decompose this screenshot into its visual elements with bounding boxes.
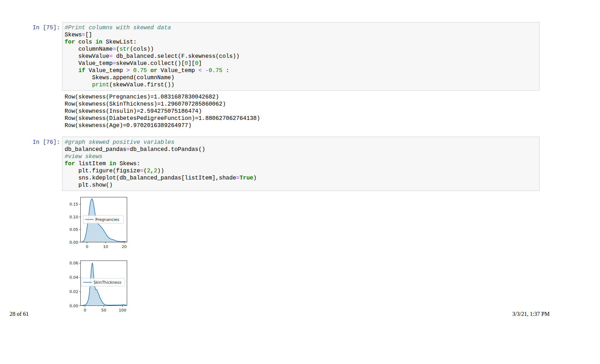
svg-text:0.00: 0.00 bbox=[70, 304, 79, 308]
code-cell-75: #Print columns with skewed dataSkews=[]f… bbox=[62, 22, 540, 91]
svg-text:0.02: 0.02 bbox=[70, 289, 79, 294]
svg-text:0.04: 0.04 bbox=[70, 275, 79, 280]
svg-text:100: 100 bbox=[119, 308, 126, 313]
kde-plot-skinthickness: 0501000.000.020.040.06SkinThickness bbox=[66, 259, 131, 314]
kde-plot-pregnancies: 010200.000.050.100.15Pregnancies bbox=[66, 196, 131, 250]
svg-text:0: 0 bbox=[84, 308, 86, 313]
svg-text:0.00: 0.00 bbox=[70, 240, 79, 245]
svg-text:50: 50 bbox=[101, 308, 106, 313]
svg-text:20: 20 bbox=[122, 244, 127, 249]
code-area-75: #Print columns with skewed dataSkews=[]f… bbox=[65, 24, 539, 89]
input-prompt-75: In [75]: bbox=[31, 24, 60, 31]
input-prompt-76: In [76]: bbox=[31, 139, 60, 146]
svg-text:0: 0 bbox=[86, 244, 88, 249]
page-number: 28 of 61 bbox=[10, 310, 29, 318]
timestamp: 3/3/21, 1:37 PM bbox=[512, 310, 550, 318]
svg-text:0.15: 0.15 bbox=[70, 202, 79, 207]
output-area-75: Row(skewness(Pregnancies)=1.083168783004… bbox=[65, 93, 260, 129]
svg-text:10: 10 bbox=[103, 244, 108, 249]
code-cell-76: #graph skewed positive variablesdb_balan… bbox=[62, 137, 540, 191]
svg-text:Pregnancies: Pregnancies bbox=[95, 217, 119, 222]
svg-text:0.10: 0.10 bbox=[70, 215, 79, 219]
notebook-page: In [75]: #Print columns with skewed data… bbox=[0, 0, 600, 364]
svg-text:0.05: 0.05 bbox=[70, 227, 79, 232]
svg-text:0.06: 0.06 bbox=[70, 261, 79, 266]
code-area-76: #graph skewed positive variablesdb_balan… bbox=[65, 139, 539, 189]
svg-text:SkinThickness: SkinThickness bbox=[94, 280, 121, 285]
